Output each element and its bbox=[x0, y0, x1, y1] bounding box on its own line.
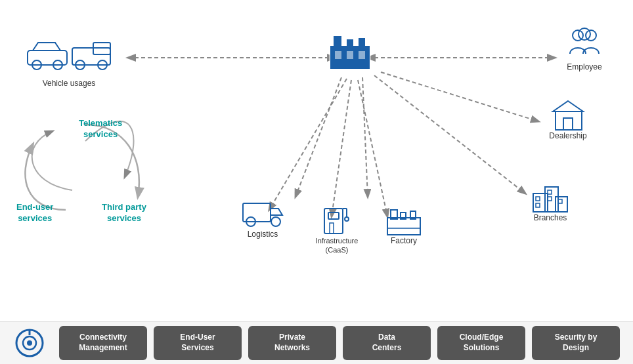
svg-point-46 bbox=[345, 217, 349, 221]
pill-cloud-edge: Cloud/Edge Solutions bbox=[437, 326, 525, 359]
vehicle-label: Vehicle usages bbox=[43, 79, 96, 89]
svg-rect-20 bbox=[359, 38, 365, 47]
company-logo bbox=[13, 327, 46, 359]
svg-line-6 bbox=[358, 80, 387, 216]
svg-line-4 bbox=[269, 79, 347, 210]
svg-rect-19 bbox=[347, 39, 353, 47]
infrastructure-label: Infrastructure(CaaS) bbox=[316, 236, 359, 255]
svg-rect-9 bbox=[28, 51, 67, 65]
diagram-container: Vehicle usages Employee bbox=[0, 0, 633, 321]
vehicle-icon bbox=[26, 36, 112, 76]
dealership-label: Dealership bbox=[549, 131, 586, 142]
telematics-section: Telematicsservices Third partyservices E… bbox=[13, 105, 164, 236]
pill-end-user: End-User Services bbox=[154, 326, 242, 359]
svg-line-5 bbox=[332, 80, 351, 216]
factory-center-node bbox=[327, 26, 373, 72]
telematics-label: Telematicsservices bbox=[79, 118, 122, 140]
svg-rect-47 bbox=[387, 218, 420, 235]
svg-rect-43 bbox=[330, 223, 334, 233]
svg-rect-22 bbox=[347, 51, 353, 59]
branches-label: Branches bbox=[534, 213, 567, 224]
pill-connectivity: Connectivity Management bbox=[59, 326, 147, 359]
factory-bottom-label: Factory bbox=[391, 236, 417, 247]
svg-point-40 bbox=[271, 217, 280, 226]
end-user-label: End-userservices bbox=[16, 202, 53, 224]
svg-rect-34 bbox=[536, 203, 540, 207]
svg-marker-27 bbox=[553, 101, 583, 111]
svg-rect-28 bbox=[556, 111, 582, 130]
svg-rect-33 bbox=[536, 197, 540, 201]
branches-node: Branches bbox=[521, 177, 580, 224]
svg-line-2 bbox=[381, 72, 538, 121]
svg-rect-29 bbox=[563, 118, 573, 130]
svg-line-3 bbox=[374, 75, 525, 193]
pill-private-networks: Private Networks bbox=[248, 326, 336, 359]
svg-line-7 bbox=[295, 77, 341, 197]
svg-rect-18 bbox=[334, 36, 341, 48]
bottom-bar: Connectivity Management End-User Service… bbox=[0, 321, 633, 364]
svg-rect-12 bbox=[72, 48, 110, 65]
vehicle-node: Vehicle usages bbox=[26, 36, 112, 89]
infrastructure-node: Infrastructure(CaaS) bbox=[307, 203, 366, 255]
svg-line-8 bbox=[362, 77, 368, 197]
svg-rect-21 bbox=[335, 51, 341, 59]
svg-rect-23 bbox=[359, 51, 365, 59]
third-party-label: Third partyservices bbox=[102, 202, 146, 224]
pill-security: Security by Design bbox=[532, 326, 620, 359]
factory-bottom-node: Factory bbox=[378, 203, 430, 247]
logistics-node: Logistics bbox=[236, 197, 289, 240]
dealership-node: Dealership bbox=[538, 98, 598, 142]
employee-node: Employee bbox=[555, 26, 614, 73]
svg-rect-42 bbox=[328, 212, 339, 219]
logistics-label: Logistics bbox=[248, 230, 278, 240]
svg-point-26 bbox=[578, 28, 590, 40]
svg-point-54 bbox=[27, 340, 32, 346]
employee-label: Employee bbox=[567, 62, 601, 73]
pill-data-centers: Data Centers bbox=[343, 326, 431, 359]
